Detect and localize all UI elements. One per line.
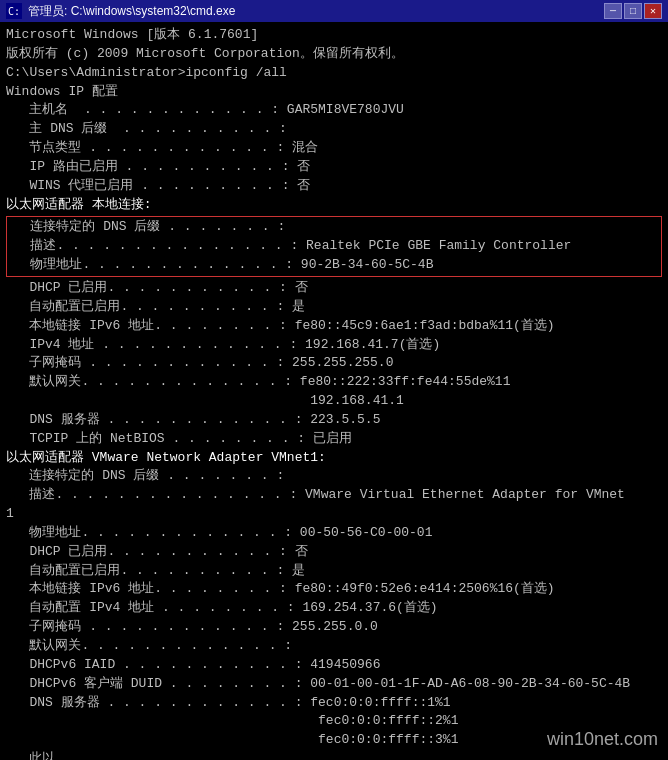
cmd-body: Microsoft Windows [版本 6.1.7601]版权所有 (c) …: [0, 22, 668, 760]
title-bar-left: C: 管理员: C:\windows\system32\cmd.exe: [6, 3, 235, 20]
cmd-line: TCPIP 上的 NetBIOS . . . . . . . . : 已启用: [6, 430, 662, 449]
cmd-line: 本地链接 IPv6 地址. . . . . . . . : fe80::49f0…: [6, 580, 662, 599]
cmd-line: C:\Users\Administrator>ipconfig /all: [6, 64, 662, 83]
cmd-line: 本地链接 IPv6 地址. . . . . . . . : fe80::45c9…: [6, 317, 662, 336]
cmd-line: DHCP 已启用. . . . . . . . . . . : 否: [6, 543, 662, 562]
window-title: 管理员: C:\windows\system32\cmd.exe: [28, 3, 235, 20]
cmd-line: 节点类型 . . . . . . . . . . . . : 混合: [6, 139, 662, 158]
cmd-line: IPv4 地址 . . . . . . . . . . . . : 192.16…: [6, 336, 662, 355]
cmd-line: 子网掩码 . . . . . . . . . . . . : 255.255.0…: [6, 618, 662, 637]
cmd-line: 1: [6, 505, 662, 524]
title-buttons: ─ □ ✕: [604, 3, 662, 19]
cmd-line: 连接特定的 DNS 后缀 . . . . . . . :: [7, 218, 661, 237]
cmd-line: DHCP 已启用. . . . . . . . . . . : 否: [6, 279, 662, 298]
highlight-box: 连接特定的 DNS 后缀 . . . . . . . : 描述. . . . .…: [6, 216, 662, 277]
cmd-line: Windows IP 配置: [6, 83, 662, 102]
cmd-line: 此以: [6, 750, 662, 760]
cmd-line: 描述. . . . . . . . . . . . . . . : Realte…: [7, 237, 661, 256]
cmd-line: 描述. . . . . . . . . . . . . . . : VMware…: [6, 486, 662, 505]
cmd-line: 以太网适配器 本地连接:: [6, 196, 662, 215]
cmd-line: 主机名 . . . . . . . . . . . . : GAR5MI8VE7…: [6, 101, 662, 120]
cmd-line: IP 路由已启用 . . . . . . . . . . : 否: [6, 158, 662, 177]
cmd-line: 自动配置已启用. . . . . . . . . . : 是: [6, 298, 662, 317]
cmd-line: WINS 代理已启用 . . . . . . . . . : 否: [6, 177, 662, 196]
cmd-line: DHCPv6 IAID . . . . . . . . . . . : 4194…: [6, 656, 662, 675]
cmd-line: Microsoft Windows [版本 6.1.7601]: [6, 26, 662, 45]
minimize-button[interactable]: ─: [604, 3, 622, 19]
cmd-icon: C:: [6, 3, 22, 19]
cmd-line: 自动配置已启用. . . . . . . . . . : 是: [6, 562, 662, 581]
svg-text:C:: C:: [8, 6, 20, 17]
cmd-line: 版权所有 (c) 2009 Microsoft Corporation。保留所有…: [6, 45, 662, 64]
watermark: win10net.com: [547, 729, 658, 750]
close-button[interactable]: ✕: [644, 3, 662, 19]
cmd-line: 默认网关. . . . . . . . . . . . . :: [6, 637, 662, 656]
cmd-line: 自动配置 IPv4 地址 . . . . . . . . : 169.254.3…: [6, 599, 662, 618]
cmd-line: 子网掩码 . . . . . . . . . . . . : 255.255.2…: [6, 354, 662, 373]
cmd-line: 主 DNS 后缀 . . . . . . . . . . :: [6, 120, 662, 139]
maximize-button[interactable]: □: [624, 3, 642, 19]
cmd-line: 以太网适配器 VMware Network Adapter VMnet1:: [6, 449, 662, 468]
cmd-output: Microsoft Windows [版本 6.1.7601]版权所有 (c) …: [6, 26, 662, 760]
cmd-line: 默认网关. . . . . . . . . . . . . : fe80::22…: [6, 373, 662, 392]
title-bar: C: 管理员: C:\windows\system32\cmd.exe ─ □ …: [0, 0, 668, 22]
cmd-line: 连接特定的 DNS 后缀 . . . . . . . :: [6, 467, 662, 486]
cmd-line: DNS 服务器 . . . . . . . . . . . . : fec0:0…: [6, 694, 662, 713]
cmd-line: 192.168.41.1: [6, 392, 662, 411]
cmd-line: DHCPv6 客户端 DUID . . . . . . . . : 00-01-…: [6, 675, 662, 694]
cmd-line: 物理地址. . . . . . . . . . . . . : 00-50-56…: [6, 524, 662, 543]
cmd-line: 物理地址. . . . . . . . . . . . . : 90-2B-34…: [7, 256, 661, 275]
cmd-line: DNS 服务器 . . . . . . . . . . . . : 223.5.…: [6, 411, 662, 430]
